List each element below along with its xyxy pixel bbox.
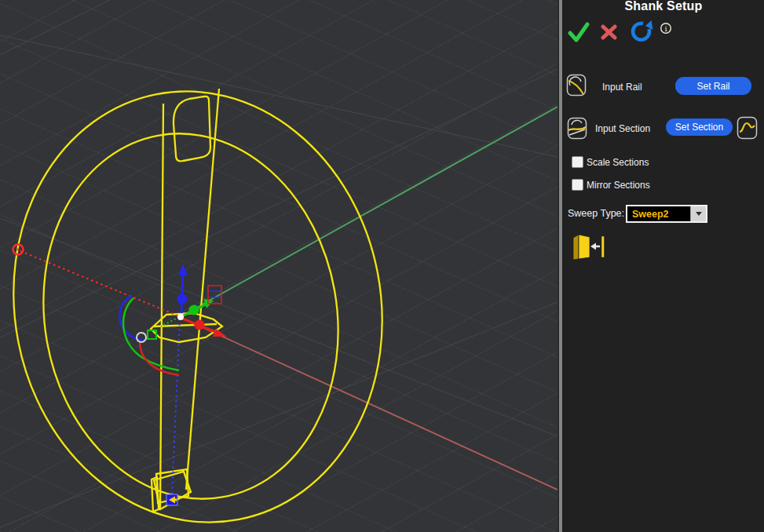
viewport-3d[interactable] bbox=[0, 0, 557, 532]
chevron-down-icon[interactable] bbox=[690, 206, 706, 221]
section-wave-icon[interactable] bbox=[737, 116, 758, 140]
section-profile-top[interactable] bbox=[174, 97, 210, 162]
world-axis-x-red bbox=[190, 322, 557, 490]
world-axis-y-green bbox=[185, 107, 557, 314]
gumball-scale-handle-white[interactable] bbox=[137, 333, 146, 342]
app-window: Shank Setup i Input Rail Set Rail bbox=[0, 0, 764, 532]
viewport-scene bbox=[0, 0, 557, 532]
curve-seam-handle[interactable] bbox=[166, 494, 177, 505]
shank-setup-panel: Shank Setup i Input Rail Set Rail bbox=[563, 0, 764, 532]
rail-curve-right[interactable] bbox=[186, 89, 219, 490]
dotted-guide-blue bbox=[172, 319, 180, 494]
rail-curve-left[interactable] bbox=[160, 104, 163, 508]
section-curve-icon bbox=[567, 117, 587, 140]
set-rail-button[interactable]: Set Rail bbox=[675, 77, 751, 95]
gumball-scale-handle-green[interactable] bbox=[148, 330, 156, 339]
grid-major-lines bbox=[0, 0, 557, 527]
svg-text:i: i bbox=[664, 24, 667, 33]
scale-sections-label: Scale Sections bbox=[587, 157, 649, 168]
gumball-z-handle[interactable] bbox=[177, 294, 188, 304]
exit-door-icon[interactable] bbox=[570, 230, 608, 261]
info-icon[interactable]: i bbox=[660, 22, 673, 35]
gumball-x-handle[interactable] bbox=[195, 320, 205, 330]
gumball-y-handle[interactable] bbox=[189, 305, 199, 315]
gumball-origin-dot[interactable] bbox=[177, 314, 184, 320]
sweep-type-label: Sweep Type: bbox=[568, 208, 624, 219]
rail-curve-icon bbox=[566, 74, 587, 97]
mirror-sections-label: Mirror Sections bbox=[587, 180, 650, 191]
panel-divider[interactable] bbox=[557, 0, 563, 532]
set-section-button[interactable]: Set Section bbox=[666, 118, 733, 136]
inner-ring-curve[interactable] bbox=[15, 110, 367, 522]
input-rail-label: Input Rail bbox=[602, 82, 642, 93]
gumball-z-arrowhead[interactable] bbox=[178, 264, 188, 275]
cancel-button x-icon[interactable] bbox=[601, 24, 617, 40]
scale-sections-checkbox[interactable] bbox=[572, 156, 583, 168]
gumball-rotate-arc-green[interactable] bbox=[123, 298, 179, 370]
shank-wireframe[interactable] bbox=[0, 60, 419, 532]
mirror-sections-checkbox[interactable] bbox=[572, 179, 583, 191]
panel-title: Shank Setup bbox=[563, 0, 764, 13]
confirm-button check-icon[interactable] bbox=[568, 21, 590, 42]
input-section-label: Input Section bbox=[595, 123, 650, 134]
section-profile-middle-rim bbox=[154, 324, 217, 326]
reload-button reload-icon[interactable] bbox=[630, 18, 655, 44]
sweep-type-value: Sweep2 bbox=[627, 209, 690, 220]
sweep-type-dropdown[interactable]: Sweep2 bbox=[626, 205, 707, 223]
gumball-z-axis[interactable] bbox=[181, 273, 183, 313]
gumball-x-arrowhead[interactable] bbox=[213, 329, 227, 337]
